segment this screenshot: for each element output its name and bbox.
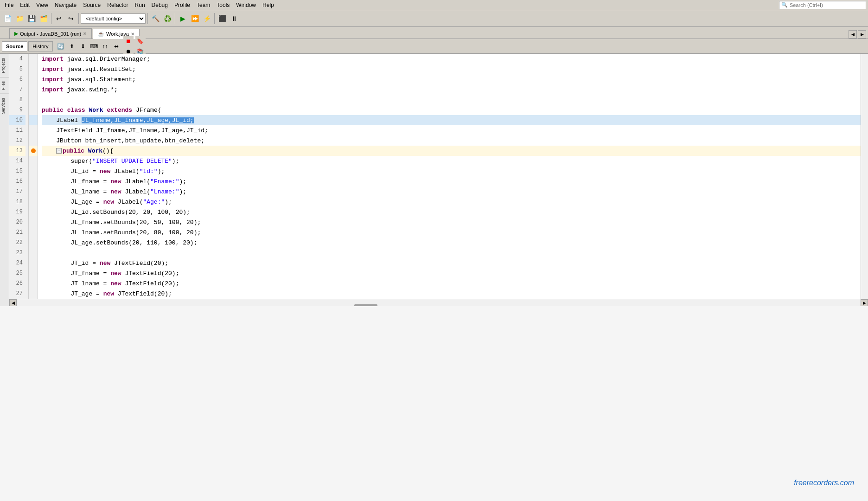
kw-new-27: new bbox=[103, 291, 114, 297]
kw-import-5: import bbox=[42, 66, 64, 72]
menu-team[interactable]: Team bbox=[194, 1, 213, 9]
scrollbar-horizontal[interactable]: ◀ ▶ bbox=[9, 299, 868, 306]
gutter-22 bbox=[29, 238, 38, 248]
clean-build-button[interactable]: ♻️ bbox=[162, 13, 173, 24]
ln-21: 21 bbox=[9, 227, 26, 238]
ln-10: 10 bbox=[9, 115, 26, 125]
menu-refactor[interactable]: Refactor bbox=[104, 1, 131, 9]
stop-macro-btn[interactable]: ⏹ bbox=[123, 36, 134, 46]
prev-change-btn[interactable]: ⬆ bbox=[67, 41, 77, 51]
bookmark-btn[interactable]: 🔖 bbox=[135, 36, 146, 46]
sidebar-services[interactable]: Services bbox=[0, 94, 9, 118]
menu-debug[interactable]: Debug bbox=[149, 1, 171, 9]
toolbar-sep-3 bbox=[147, 13, 148, 24]
pause-button[interactable]: ⏸ bbox=[229, 13, 240, 24]
method-work: Work bbox=[88, 148, 102, 154]
kw-import-4: import bbox=[42, 56, 64, 62]
output-tab-close[interactable]: ✕ bbox=[83, 31, 87, 36]
history-button[interactable]: History bbox=[28, 41, 52, 51]
tab-nav: ◀ ▶ bbox=[849, 30, 868, 39]
implement-btn[interactable]: ⬌ bbox=[111, 41, 121, 51]
ln-23: 23 bbox=[9, 248, 26, 258]
save-all-button[interactable]: 🗂️ bbox=[38, 13, 49, 24]
output-tab-label: Output - JavaDB_001 (run) bbox=[20, 31, 81, 37]
code-line-25: JT_fname = new JTextField(20); bbox=[42, 268, 861, 278]
code-line-14: super("INSERT UPDATE DELETE"); bbox=[42, 156, 861, 166]
kw-new-18: new bbox=[103, 199, 114, 205]
code-line-24: JT_id = new JTextField(20); bbox=[42, 258, 861, 268]
kw-new-16: new bbox=[110, 179, 121, 185]
toolbar-sep-2 bbox=[78, 13, 79, 24]
stop-button[interactable]: ⬛ bbox=[217, 13, 228, 24]
run-button[interactable]: ▶ bbox=[177, 13, 188, 24]
debug-run-button[interactable]: ⏩ bbox=[189, 13, 200, 24]
sidebar-projects[interactable]: Projects bbox=[0, 54, 9, 77]
menu-profile[interactable]: Profile bbox=[172, 1, 193, 9]
next-change-btn[interactable]: ⬇ bbox=[78, 41, 88, 51]
source-button[interactable]: Source bbox=[2, 41, 27, 51]
code-line-4: import java.sql.DriverManager; bbox=[42, 54, 861, 64]
str-fname: "Fname:" bbox=[150, 179, 179, 185]
debug-indicator-13 bbox=[31, 148, 36, 153]
override-methods-btn[interactable]: ↑↑ bbox=[100, 41, 110, 51]
menu-run[interactable]: Run bbox=[132, 1, 148, 9]
gutter-25 bbox=[29, 268, 38, 278]
scroll-left-btn[interactable]: ◀ bbox=[9, 299, 17, 307]
menu-window[interactable]: Window bbox=[233, 1, 259, 9]
gutter-26 bbox=[29, 278, 38, 289]
code-content[interactable]: import java.sql.DriverManager; import ja… bbox=[38, 54, 861, 299]
search-icon: 🔍 bbox=[781, 2, 788, 8]
cls-work: Work bbox=[89, 107, 103, 113]
build-button[interactable]: 🔨 bbox=[150, 13, 161, 24]
ln-9: 9 bbox=[9, 105, 26, 115]
code-line-8 bbox=[42, 95, 861, 105]
ln-5: 5 bbox=[9, 64, 26, 74]
ln-17: 17 bbox=[9, 186, 26, 197]
editor-content: 4 5 6 7 8 9 10 11 12 13 14 15 16 17 18 1… bbox=[9, 54, 868, 306]
undo-button[interactable]: ↩ bbox=[53, 13, 64, 24]
menu-source[interactable]: Source bbox=[80, 1, 103, 9]
new-button[interactable]: 📄 bbox=[2, 13, 13, 24]
menu-tools[interactable]: Tools bbox=[214, 1, 232, 9]
gutter-4 bbox=[29, 54, 38, 64]
menu-navigate[interactable]: Navigate bbox=[52, 1, 79, 9]
ln-19: 19 bbox=[9, 207, 26, 217]
menu-help[interactable]: Help bbox=[260, 1, 277, 9]
gutter-6 bbox=[29, 74, 38, 84]
code-line-9: public class Work extends JFrame{ bbox=[42, 105, 861, 115]
str-id: "Id:" bbox=[140, 168, 158, 174]
kw-new-25: new bbox=[110, 270, 121, 276]
tab-nav-right[interactable]: ▶ bbox=[858, 30, 866, 39]
ln-20: 20 bbox=[9, 217, 26, 227]
tab-nav-left[interactable]: ◀ bbox=[849, 30, 857, 39]
config-select[interactable]: <default config> bbox=[81, 13, 146, 24]
redo-button[interactable]: ↪ bbox=[65, 13, 77, 24]
code-editor[interactable]: 4 5 6 7 8 9 10 11 12 13 14 15 16 17 18 1… bbox=[9, 54, 868, 299]
editor-section: Source History 🔄 ⬆ ⬇ ⌨ ↑↑ ⬌ ⏹ ⏺ 🔖 📚 Proj… bbox=[0, 39, 868, 306]
gutter-15 bbox=[29, 166, 38, 176]
kw-class-9: class bbox=[67, 107, 85, 113]
menu-file[interactable]: File bbox=[2, 1, 16, 9]
open-button[interactable]: 📁 bbox=[14, 13, 25, 24]
format-btn[interactable]: ⌨ bbox=[89, 41, 99, 51]
search-bar[interactable]: 🔍 bbox=[779, 1, 866, 9]
sidebar-files[interactable]: Files bbox=[0, 77, 9, 94]
profile-button[interactable]: ⚡ bbox=[201, 13, 212, 24]
fold-marker-13[interactable]: − bbox=[56, 148, 62, 154]
scroll-right-btn[interactable]: ▶ bbox=[861, 299, 868, 307]
search-input[interactable] bbox=[790, 2, 864, 8]
ln-26: 26 bbox=[9, 278, 26, 289]
refresh-icon-btn[interactable]: 🔄 bbox=[56, 41, 66, 51]
gutter-12 bbox=[29, 135, 38, 146]
save-button[interactable]: 💾 bbox=[26, 13, 37, 24]
str-lname: "Lname:" bbox=[150, 189, 179, 195]
code-line-12: JButton btn_insert,btn_update,btn_delete… bbox=[42, 135, 861, 146]
tab-output[interactable]: ▶ Output - JavaDB_001 (run) ✕ bbox=[9, 28, 92, 39]
menu-view[interactable]: View bbox=[33, 1, 51, 9]
menu-edit[interactable]: Edit bbox=[17, 1, 32, 9]
scrollbar-vertical[interactable] bbox=[861, 54, 868, 299]
code-line-16: JL_fname = new JLabel("Fname:"); bbox=[42, 176, 861, 186]
main-toolbar: 📄 📁 💾 🗂️ ↩ ↪ <default config> 🔨 ♻️ ▶ ⏩ ⚡… bbox=[0, 10, 868, 27]
scrollbar-thumb-h[interactable] bbox=[354, 304, 377, 307]
kw-public-13: public bbox=[63, 148, 84, 154]
